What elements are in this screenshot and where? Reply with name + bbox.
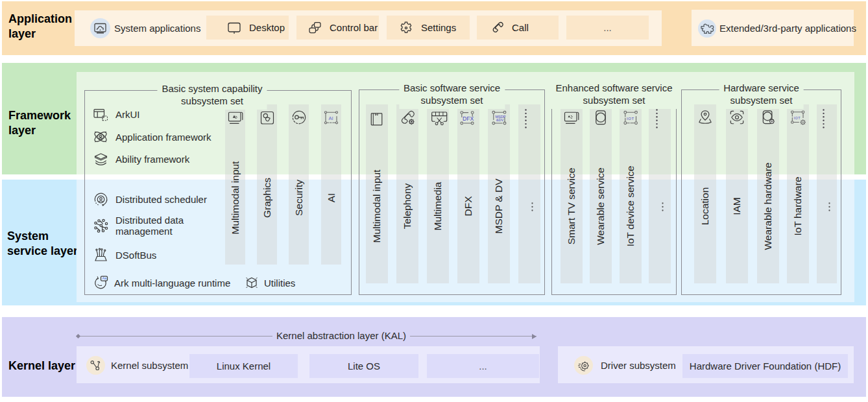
svg-text:IOT: IOT (627, 117, 634, 121)
svg-text:IOT: IOT (794, 116, 801, 120)
svg-text:AI: AI (328, 115, 333, 121)
svg-text:&DV: &DV (496, 118, 504, 122)
svg-text:DFX: DFX (463, 115, 474, 122)
